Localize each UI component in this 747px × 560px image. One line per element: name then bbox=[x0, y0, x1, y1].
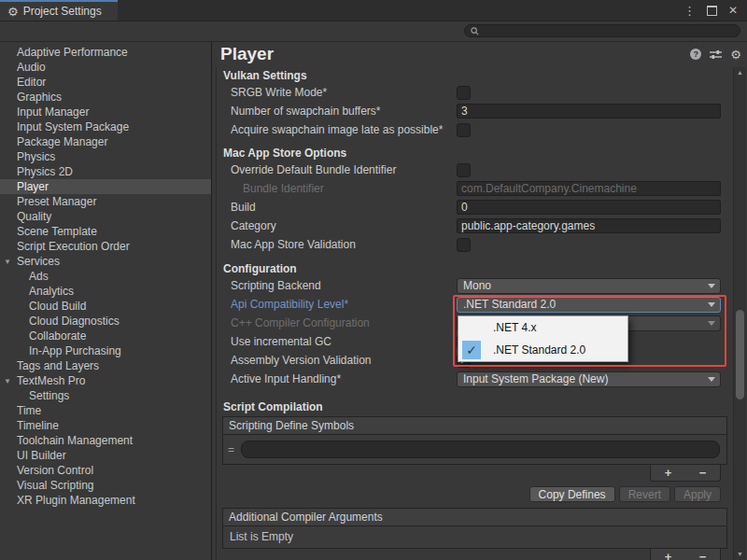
row-active-input-handling: Active Input Handling* Input System Pack… bbox=[217, 370, 732, 388]
chevron-down-icon bbox=[708, 377, 715, 382]
srgb-write-mode-checkbox[interactable]: ✓ bbox=[457, 86, 471, 100]
mac-validation-checkbox[interactable]: ✓ bbox=[457, 238, 471, 252]
sidebar-item-label: Visual Scripting bbox=[17, 479, 94, 492]
scripting-define-symbols-header: Scripting Define Symbols bbox=[223, 417, 726, 435]
row-srgb-write-mode: SRGB Write Mode* ✓ bbox=[217, 83, 732, 102]
sidebar-item-player[interactable]: ▼ Player bbox=[0, 179, 211, 194]
sidebar-item-physics[interactable]: ▼ Physics bbox=[0, 149, 211, 164]
row-override-bundle-id: Override Default Bundle Identifier ✓ bbox=[217, 161, 732, 179]
row-scripting-backend: Scripting Backend Mono bbox=[217, 276, 732, 295]
sidebar-item-timeline[interactable]: ▼ Timeline bbox=[0, 418, 211, 433]
sidebar-item-collaborate[interactable]: ▼ Collaborate bbox=[0, 329, 211, 343]
page-title: Player bbox=[220, 44, 274, 64]
active-input-handling-dropdown[interactable]: Input System Package (New) bbox=[457, 371, 721, 387]
sidebar-item-physics-2d[interactable]: ▼ Physics 2D bbox=[0, 164, 211, 179]
sidebar-item-graphics[interactable]: ▼ Graphics bbox=[0, 90, 211, 105]
sidebar-item-label: Cloud Diagnostics bbox=[29, 315, 120, 328]
sidebar-item-scene-template[interactable]: ▼ Scene Template bbox=[0, 224, 211, 239]
acquire-swapchain-checkbox[interactable]: ✓ bbox=[457, 123, 471, 137]
scrollbar-thumb[interactable] bbox=[736, 310, 744, 399]
sidebar-item-xr-plugin-management[interactable]: ▼ XR Plugin Management bbox=[0, 493, 211, 508]
expand-triangle-icon[interactable]: ▼ bbox=[4, 255, 11, 270]
scroll-up-icon[interactable]: ▲ bbox=[734, 67, 746, 78]
add-button[interactable]: + bbox=[665, 551, 672, 560]
help-icon[interactable]: ? bbox=[690, 49, 701, 60]
active-input-handling-label: Active Input Handling* bbox=[217, 372, 457, 385]
sidebar-item-toolchain-management[interactable]: ▼ Toolchain Management bbox=[0, 433, 211, 448]
tab-project-settings[interactable]: ⚙ Project Settings bbox=[0, 0, 118, 21]
sidebar-item-visual-scripting[interactable]: ▼ Visual Scripting bbox=[0, 478, 211, 493]
sidebar-item-label: Tags and Layers bbox=[17, 359, 99, 372]
sidebar-item-ads[interactable]: ▼ Ads bbox=[0, 269, 211, 284]
expand-triangle-icon[interactable]: ▼ bbox=[4, 374, 11, 389]
sidebar-item-quality[interactable]: ▼ Quality bbox=[0, 209, 211, 224]
revert-button: Revert bbox=[619, 486, 670, 502]
close-icon[interactable]: ✕ bbox=[728, 4, 738, 17]
panel-header: Player ? ⚙ bbox=[212, 42, 747, 66]
category-input[interactable] bbox=[458, 219, 720, 232]
sidebar-item-textmesh-pro[interactable]: ▼ TextMesh Pro bbox=[0, 373, 211, 388]
sidebar-item-cloud-build[interactable]: ▼ Cloud Build bbox=[0, 299, 211, 314]
search-box[interactable] bbox=[464, 24, 740, 37]
sidebar-item-version-control[interactable]: ▼ Version Control bbox=[0, 463, 211, 478]
gear-icon[interactable]: ⚙ bbox=[730, 49, 741, 61]
add-button[interactable]: + bbox=[665, 467, 672, 479]
sidebar-item-audio[interactable]: ▼ Audio bbox=[0, 60, 211, 75]
maximize-icon[interactable] bbox=[707, 6, 717, 16]
sidebar-item-input-manager[interactable]: ▼ Input Manager bbox=[0, 105, 211, 119]
build-label: Build bbox=[217, 201, 457, 214]
sidebar-item-tags-and-layers[interactable]: ▼ Tags and Layers bbox=[0, 358, 211, 373]
apply-button: Apply bbox=[674, 486, 721, 502]
api-compatibility-dropdown[interactable]: .NET Standard 2.0 bbox=[457, 297, 721, 313]
scroll-down-icon[interactable]: ▼ bbox=[734, 549, 746, 560]
sidebar-item-label: Preset Manager bbox=[17, 195, 96, 208]
sidebar-item-adaptive-performance[interactable]: ▼ Adaptive Performance bbox=[0, 45, 211, 60]
popup-item-netstandard20[interactable]: ✓ .NET Standard 2.0 bbox=[458, 339, 627, 361]
override-bundle-id-label: Override Default Bundle Identifier bbox=[217, 163, 457, 176]
incremental-gc-label: Use incremental GC bbox=[217, 335, 457, 348]
section-script-compilation: Script Compilation bbox=[217, 399, 732, 414]
sidebar-item-preset-manager[interactable]: ▼ Preset Manager bbox=[0, 194, 211, 209]
copy-defines-button[interactable]: Copy Defines bbox=[529, 486, 615, 502]
additional-compiler-arguments-box: Additional Compiler Arguments List is Em… bbox=[222, 508, 727, 549]
row-bundle-identifier: Bundle Identifier bbox=[217, 179, 732, 198]
sidebar-item-package-manager[interactable]: ▼ Package Manager bbox=[0, 134, 211, 149]
sidebar-item-time[interactable]: ▼ Time bbox=[0, 403, 211, 418]
build-input[interactable] bbox=[458, 201, 720, 214]
assembly-validation-label: Assembly Version Validation bbox=[217, 354, 457, 367]
sidebar-item-ui-builder[interactable]: ▼ UI Builder bbox=[0, 448, 211, 463]
sidebar-item-label: XR Plugin Management bbox=[17, 494, 135, 507]
sidebar-item-script-execution-order[interactable]: ▼ Script Execution Order bbox=[0, 239, 211, 254]
sidebar-item-label: Collaborate bbox=[29, 329, 86, 343]
sidebar-item-editor[interactable]: ▼ Editor bbox=[0, 75, 211, 90]
sidebar-item-settings[interactable]: ▼ Settings bbox=[0, 388, 211, 403]
popup-item-net4x[interactable]: .NET 4.x bbox=[458, 316, 627, 339]
presets-icon[interactable] bbox=[710, 49, 722, 60]
sidebar-item-label: Editor bbox=[17, 76, 46, 89]
sidebar-item-input-system-package[interactable]: ▼ Input System Package bbox=[0, 119, 211, 134]
sidebar-item-label: Input System Package bbox=[17, 120, 129, 133]
swapchain-buffers-input[interactable] bbox=[458, 105, 720, 118]
define-symbols-buttons: Copy Defines Revert Apply bbox=[217, 486, 732, 502]
override-bundle-id-checkbox[interactable]: ✓ bbox=[457, 163, 471, 177]
sidebar-item-analytics[interactable]: ▼ Analytics bbox=[0, 284, 211, 299]
sidebar-item-label: TextMesh Pro bbox=[17, 374, 85, 387]
menu-kebab-icon[interactable]: ⋮ bbox=[684, 4, 696, 18]
chevron-down-icon bbox=[708, 284, 715, 288]
sidebar-item-services[interactable]: ▼ Services bbox=[0, 254, 211, 269]
mac-validation-label: Mac App Store Validation bbox=[217, 238, 457, 251]
vertical-scrollbar[interactable]: ▲ ▼ bbox=[733, 67, 746, 560]
gear-icon: ⚙ bbox=[7, 6, 19, 18]
sidebar-item-label: Toolchain Management bbox=[17, 434, 133, 447]
row-category: Category bbox=[217, 217, 732, 235]
search-input[interactable] bbox=[479, 25, 734, 36]
sidebar-item-in-app-purchasing[interactable]: ▼ In-App Purchasing bbox=[0, 343, 211, 358]
drag-handle-icon[interactable]: = bbox=[228, 443, 241, 456]
scripting-backend-dropdown[interactable]: Mono bbox=[457, 278, 721, 294]
define-symbol-input[interactable] bbox=[242, 441, 719, 457]
remove-button[interactable]: − bbox=[699, 551, 707, 560]
sidebar-item-label: Input Manager bbox=[17, 105, 89, 119]
sidebar-item-cloud-diagnostics[interactable]: ▼ Cloud Diagnostics bbox=[0, 314, 211, 329]
remove-button[interactable]: − bbox=[699, 467, 707, 479]
category-label: Category bbox=[217, 219, 457, 232]
